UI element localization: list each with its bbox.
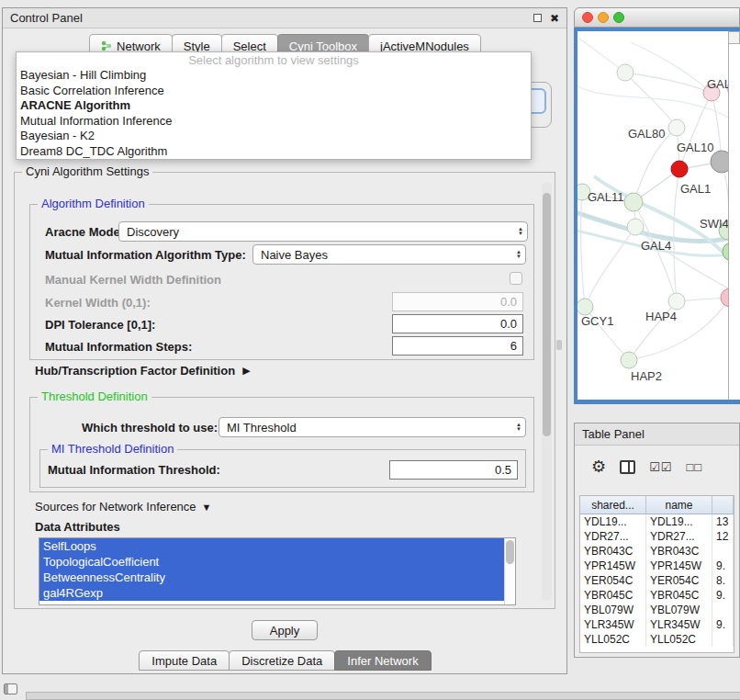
network-scrollbar-button[interactable] [728,31,740,44]
network-vertical-scrollbar[interactable] [728,31,740,400]
aracne-mode-select[interactable]: Discovery ▲▼ [118,221,528,242]
network-node[interactable] [671,161,688,177]
algorithm-option[interactable]: Bayesian - K2 [17,129,531,144]
control-panel-titlebar: Control Panel ✖ [3,8,566,28]
network-graph: GAL8GAL80GAL10GAL11GAL1SWI4GAL4GCY1HAP4H… [577,31,728,400]
algorithm-option[interactable]: Mutual Information Inference [17,114,531,130]
close-traffic-light-icon[interactable] [582,12,593,23]
network-node[interactable] [621,352,637,368]
network-edge [674,169,679,301]
network-edge [581,192,585,307]
network-tab-icon [101,40,112,51]
node-label: HAP2 [631,369,662,383]
sources-label: Sources for Network Inference [35,500,196,514]
attribute-item[interactable]: BetweennessCentrality [39,570,504,585]
bottom-tab-bar: Impute Data Discretize Data Infer Networ… [3,650,566,671]
table-row[interactable]: YBR043CYBR043C [580,544,734,559]
apply-button[interactable]: Apply [252,620,318,640]
attribute-item[interactable]: gal4RGexp [39,585,504,601]
table-cell: YLL052C [646,632,712,647]
data-attributes-label: Data Attributes [35,520,120,534]
gear-icon[interactable]: ⚙ [591,457,606,477]
attributes-scrollbar-thumb[interactable] [506,540,514,564]
float-window-icon[interactable] [533,14,542,22]
zoom-traffic-light-icon[interactable] [613,12,624,23]
table-row[interactable]: YBR045CYBR045C9. [580,588,734,603]
settings-group-title: Cyni Algorithm Settings [22,164,152,178]
settings-scrollbar[interactable] [542,182,552,601]
algorithm-option[interactable]: Basic Correlation Inference [17,84,531,99]
attribute-item[interactable]: TopologicalCoefficient [39,554,504,570]
select-all-icon[interactable]: ☑☑ [649,460,672,474]
cyni-algorithm-settings-group: Cyni Algorithm Settings Algorithm Defini… [14,172,555,609]
mi-steps-input[interactable]: 6 [392,336,523,356]
desktop: Control Panel ✖ Network Style Select Cyn… [0,0,740,700]
table-cell: YDR27... [580,529,646,544]
manual-kernel-width-checkbox[interactable] [510,272,522,285]
tab-impute-data[interactable]: Impute Data [139,650,230,671]
table-row[interactable]: YLR345WYLR345W9. [580,617,734,632]
node-label: GAL10 [677,141,713,154]
settings-scrollbar-thumb[interactable] [543,193,551,436]
collapse-arrow-icon[interactable]: ▼ [202,502,212,513]
column-header[interactable]: shared... [580,496,646,514]
column-header[interactable]: name [646,496,712,514]
dpi-tolerance-label: DPI Tolerance [0,1]: [45,318,155,332]
panel-resize-grip[interactable] [556,340,562,350]
mi-threshold-input[interactable]: 0.5 [389,460,518,480]
attribute-item[interactable]: SelfLoops [39,538,504,554]
network-node[interactable] [627,219,644,235]
algorithm-option[interactable]: Bayesian - Hill Climbing [17,68,531,84]
column-header[interactable] [712,496,734,514]
network-node[interactable] [617,64,633,81]
table-row[interactable]: YLL052CYLL052C [580,632,734,647]
tab-discretize-data[interactable]: Discretize Data [229,650,335,671]
network-canvas[interactable]: GAL8GAL80GAL10GAL11GAL1SWI4GAL4GCY1HAP4H… [577,31,728,400]
table-row[interactable]: YDL19...YDL19...13 [580,514,734,529]
network-node[interactable] [668,293,685,310]
table-panel: Table Panel ⚙ ☑☑ □□ shared...name YDL19.… [574,423,740,658]
table-cell [712,544,734,559]
network-window-body: GAL8GAL80GAL10GAL11GAL1SWI4GAL4GCY1HAP4H… [574,28,740,404]
table-row[interactable]: YBL079WYBL079W [580,603,734,617]
minimize-traffic-light-icon[interactable] [598,12,609,23]
horizontal-scrollbar[interactable] [26,692,740,700]
hub-section-toggle[interactable]: Hub/Transcription Factor Definition ▶ [35,364,251,378]
algorithm-definition-group: Algorithm Definition Aracne Mode: Discov… [29,204,534,360]
tab-infer-network[interactable]: Infer Network [334,650,431,671]
algorithm-option[interactable]: Dream8 DC_TDC Algorithm [17,144,531,160]
mi-algorithm-type-label: Mutual Information Algorithm Type: [45,248,246,262]
sources-section-toggle[interactable]: Sources for Network Inference ▼ [35,500,211,514]
table-cell: YDL19... [646,514,712,529]
control-panel-title: Control Panel [10,11,83,25]
expand-arrow-icon[interactable]: ▶ [242,365,250,377]
network-node[interactable] [624,193,643,211]
table-cell: YLL052C [580,632,646,647]
mi-algorithm-type-select[interactable]: Naive Bayes ▲▼ [252,244,526,265]
minimized-panel-icon[interactable] [4,683,17,694]
which-threshold-select[interactable]: MI Threshold ▲▼ [219,417,526,437]
table-cell [712,632,734,647]
network-node[interactable] [721,288,728,307]
network-node[interactable] [668,119,685,136]
deselect-all-icon[interactable]: □□ [686,460,702,474]
close-icon[interactable]: ✖ [550,13,559,24]
node-label: GAL80 [628,127,665,141]
algorithm-option[interactable]: ARACNE Algorithm [17,98,531,114]
table-cell: 12 [712,529,734,544]
attributes-scrollbar[interactable] [504,538,515,604]
manual-kernel-width-label: Manual Kernel Width Definition [45,273,221,287]
table-row[interactable]: YPR145WYPR145W9. [580,559,734,573]
table-cell: YBL079W [646,603,712,617]
table-cell: 9. [712,559,734,573]
table-cell: 9. [712,588,734,603]
table-row[interactable]: YER054CYER054C8. [580,573,734,588]
table-row[interactable]: YDR27...YDR27...12 [580,529,734,544]
column-browser-icon[interactable] [620,460,635,474]
table-header-row: shared...name [580,496,734,514]
network-node[interactable] [577,299,593,315]
which-threshold-value: MI Threshold [227,421,297,435]
network-view-window: GAL8GAL80GAL10GAL11GAL1SWI4GAL4GCY1HAP4H… [574,7,740,404]
dpi-tolerance-input[interactable]: 0.0 [392,314,523,333]
kernel-width-input: 0.0 [392,292,523,311]
